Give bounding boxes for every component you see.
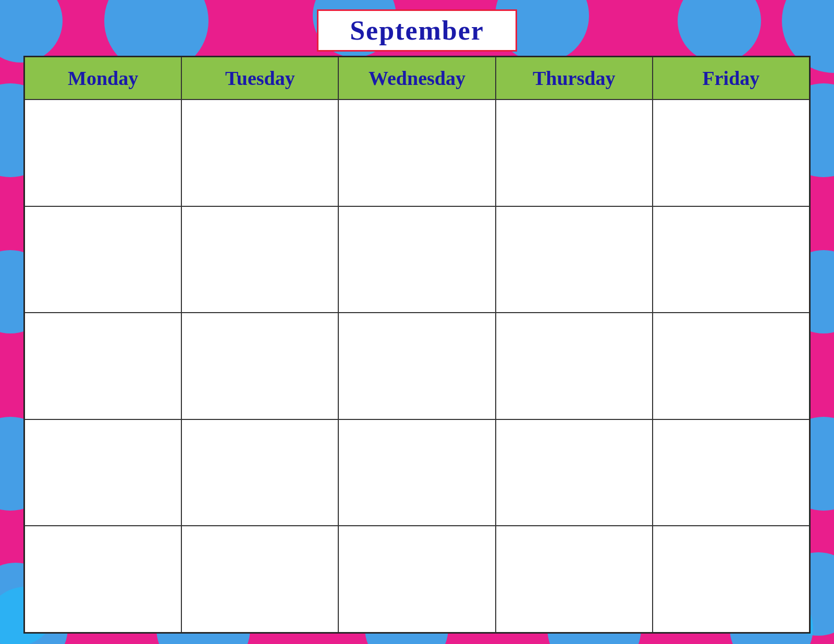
cell-3-3[interactable]	[338, 313, 495, 419]
header-row: Monday Tuesday Wednesday Thursday Friday	[24, 57, 810, 100]
cell-3-1[interactable]	[24, 313, 181, 419]
week-row-3	[24, 313, 810, 419]
cell-5-1[interactable]	[24, 526, 181, 633]
cell-5-4[interactable]	[496, 526, 653, 633]
cell-4-4[interactable]	[496, 419, 653, 526]
cell-1-3[interactable]	[338, 100, 495, 206]
cell-4-2[interactable]	[181, 419, 338, 526]
cell-2-2[interactable]	[181, 206, 338, 313]
cell-2-5[interactable]	[653, 206, 810, 313]
cell-3-2[interactable]	[181, 313, 338, 419]
week-row-1	[24, 100, 810, 206]
week-row-2	[24, 206, 810, 313]
cell-5-3[interactable]	[338, 526, 495, 633]
cell-4-5[interactable]	[653, 419, 810, 526]
cell-4-1[interactable]	[24, 419, 181, 526]
cell-3-4[interactable]	[496, 313, 653, 419]
cell-3-5[interactable]	[653, 313, 810, 419]
cell-4-3[interactable]	[338, 419, 495, 526]
cell-1-1[interactable]	[24, 100, 181, 206]
week-row-5	[24, 526, 810, 633]
month-title: September	[317, 9, 517, 52]
cell-2-1[interactable]	[24, 206, 181, 313]
cell-2-4[interactable]	[496, 206, 653, 313]
cell-2-3[interactable]	[338, 206, 495, 313]
header-thursday: Thursday	[496, 57, 653, 100]
header-friday: Friday	[653, 57, 810, 100]
header-wednesday: Wednesday	[338, 57, 495, 100]
calendar-body	[24, 100, 810, 633]
week-row-4	[24, 419, 810, 526]
calendar-grid: Monday Tuesday Wednesday Thursday Friday	[23, 56, 811, 634]
cell-1-5[interactable]	[653, 100, 810, 206]
calendar-container: September Monday Tuesday Wednesday Thurs…	[23, 5, 811, 634]
cell-1-2[interactable]	[181, 100, 338, 206]
month-title-wrapper: September	[317, 9, 517, 52]
cell-1-4[interactable]	[496, 100, 653, 206]
cell-5-5[interactable]	[653, 526, 810, 633]
cell-5-2[interactable]	[181, 526, 338, 633]
header-monday: Monday	[24, 57, 181, 100]
header-tuesday: Tuesday	[181, 57, 338, 100]
